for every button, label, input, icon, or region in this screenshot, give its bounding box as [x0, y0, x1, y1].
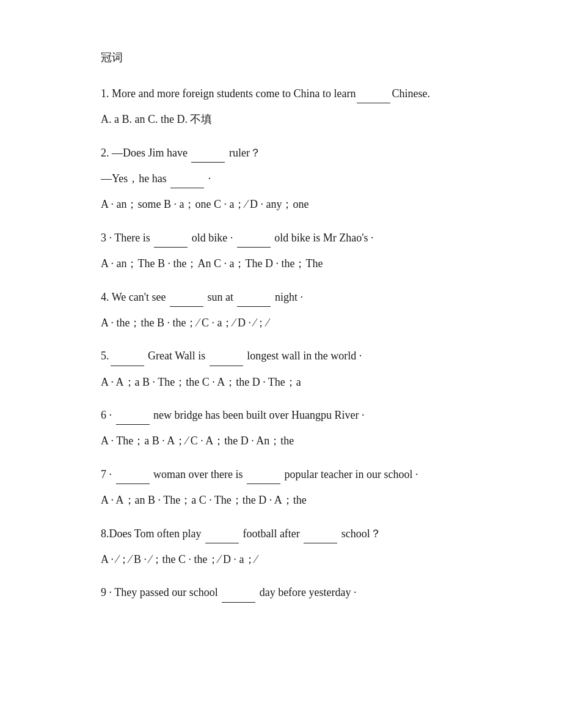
question-6: 6 · new bridge has been built over Huang…	[101, 405, 461, 451]
q6-text: 6 · new bridge has been built over Huang…	[101, 405, 461, 425]
q6-options: A · The；a B · A；∕ C · A；the D · An；the	[101, 431, 461, 450]
q7-text: 7 · woman over there is popular teacher …	[101, 465, 461, 484]
q8-blank1	[205, 543, 239, 543]
q5-options: A · A；a B · The；the C · A；the D · The；a	[101, 372, 461, 392]
q3-blank2	[237, 247, 271, 248]
q6-blank1	[116, 424, 150, 425]
q5-blank2	[210, 366, 243, 366]
q2-blank1	[191, 162, 225, 163]
q3-text: 3 · There is old bike · old bike is Mr Z…	[101, 228, 461, 248]
page-container: 冠词 1. More and more foreign students com…	[101, 49, 461, 603]
q8-blank2	[304, 543, 337, 543]
question-2: 2. —Does Jim have ruler？ —Yes，he has · A…	[101, 143, 461, 215]
question-1: 1. More and more foreign students come t…	[101, 84, 461, 130]
q4-text: 4. We can't see sun at night ·	[101, 287, 461, 307]
q2-text2: —Yes，he has ·	[101, 169, 461, 188]
q2-options: A · an；some B · a；one C · a；∕ D · any；on…	[101, 194, 461, 214]
q3-options: A · an；The B · the；An C · a；The D · the；…	[101, 254, 461, 273]
q8-text: 8.Does Tom often play football after sch…	[101, 524, 461, 543]
q5-text: 5. Great Wall is longest wall in the wor…	[101, 346, 461, 366]
q5-blank1	[111, 366, 144, 366]
q1-options: A. a B. an C. the D. 不填	[101, 109, 461, 129]
q7-blank2	[247, 483, 280, 484]
q7-options: A · A；an B · The；a C · The；the D · A；the	[101, 490, 461, 510]
q8-options: A · ∕；∕ B · ∕；the C · the；∕ D · a；∕	[101, 550, 461, 569]
q4-blank2	[237, 306, 271, 307]
question-4: 4. We can't see sun at night · A · the；t…	[101, 287, 461, 333]
q2-blank2	[170, 188, 204, 188]
q1-blank	[357, 103, 390, 103]
q7-blank1	[116, 483, 150, 484]
q3-blank1	[154, 247, 188, 248]
question-8: 8.Does Tom often play football after sch…	[101, 524, 461, 570]
question-5: 5. Great Wall is longest wall in the wor…	[101, 346, 461, 392]
q4-options: A · the；the B · the；∕ C · a；∕ D · ∕；∕	[101, 313, 461, 333]
q1-text: 1. More and more foreign students come t…	[101, 84, 461, 103]
page-title: 冠词	[101, 49, 461, 67]
question-7: 7 · woman over there is popular teacher …	[101, 465, 461, 510]
q2-text1: 2. —Does Jim have ruler？	[101, 143, 461, 163]
q9-blank1	[222, 602, 255, 603]
q4-blank1	[170, 306, 203, 307]
question-9: 9 · They passed our school day before ye…	[101, 583, 461, 602]
question-3: 3 · There is old bike · old bike is Mr Z…	[101, 228, 461, 274]
q9-text: 9 · They passed our school day before ye…	[101, 583, 461, 602]
